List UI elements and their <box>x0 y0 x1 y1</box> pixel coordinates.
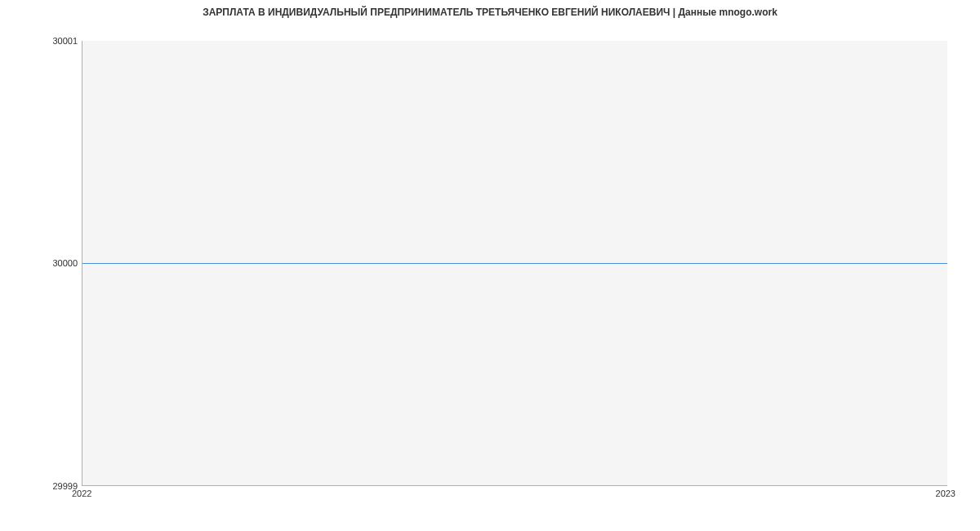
plot-area <box>82 41 947 486</box>
x-tick-right: 2023 <box>936 489 956 498</box>
y-tick-bot: 29999 <box>4 481 78 491</box>
series-line <box>82 263 947 264</box>
y-tick-top: 30001 <box>4 36 78 46</box>
chart-title: ЗАРПЛАТА В ИНДИВИДУАЛЬНЫЙ ПРЕДПРИНИМАТЕЛ… <box>0 7 980 18</box>
x-tick-left: 2022 <box>72 489 91 498</box>
salary-chart: ЗАРПЛАТА В ИНДИВИДУАЛЬНЫЙ ПРЕДПРИНИМАТЕЛ… <box>0 0 980 531</box>
y-tick-mid: 30000 <box>4 258 78 268</box>
